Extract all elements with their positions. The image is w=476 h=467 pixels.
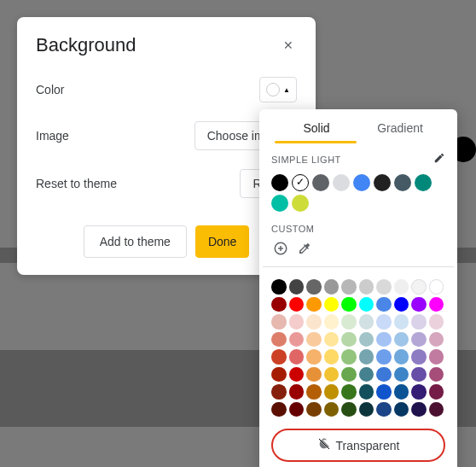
color-swatch[interactable]: [324, 279, 340, 295]
color-swatch[interactable]: [271, 349, 287, 365]
color-swatch[interactable]: [359, 402, 374, 417]
color-swatch[interactable]: [353, 174, 370, 191]
color-swatch[interactable]: [341, 367, 357, 382]
color-swatch[interactable]: [289, 384, 305, 400]
color-swatch[interactable]: [411, 402, 427, 417]
color-swatch[interactable]: [394, 349, 409, 365]
color-swatch[interactable]: [289, 402, 305, 417]
color-swatch[interactable]: [376, 332, 392, 347]
color-swatch[interactable]: [271, 297, 287, 312]
color-swatch[interactable]: [306, 384, 322, 400]
color-swatch[interactable]: [376, 384, 392, 400]
color-swatch[interactable]: [289, 297, 305, 312]
color-swatch[interactable]: [271, 402, 287, 417]
add-to-theme-button[interactable]: Add to theme: [84, 225, 187, 258]
color-swatch[interactable]: [292, 195, 309, 212]
color-swatch[interactable]: [429, 332, 444, 347]
color-swatch[interactable]: [411, 279, 427, 295]
color-swatch[interactable]: [394, 332, 409, 347]
color-swatch[interactable]: [429, 384, 444, 400]
color-swatch[interactable]: [429, 297, 444, 312]
color-dropdown-button[interactable]: ▲: [259, 77, 297, 102]
color-swatch[interactable]: [429, 367, 444, 382]
color-swatch[interactable]: [359, 367, 374, 382]
color-swatch[interactable]: [394, 279, 409, 295]
color-swatch[interactable]: [306, 367, 322, 382]
color-swatch[interactable]: [306, 402, 322, 417]
color-swatch[interactable]: [429, 279, 444, 295]
color-swatch[interactable]: [359, 349, 374, 365]
color-swatch[interactable]: [376, 297, 392, 312]
color-swatch[interactable]: [312, 174, 329, 191]
tab-solid[interactable]: Solid: [275, 109, 358, 143]
color-swatch[interactable]: [376, 314, 392, 330]
color-swatch[interactable]: [341, 402, 357, 417]
color-swatch[interactable]: [376, 402, 392, 417]
color-swatch[interactable]: [359, 384, 374, 400]
color-swatch[interactable]: [306, 297, 322, 312]
color-swatch[interactable]: [376, 279, 392, 295]
color-swatch[interactable]: [394, 174, 411, 191]
color-swatch[interactable]: [429, 402, 444, 417]
color-swatch[interactable]: [333, 174, 350, 191]
color-swatch[interactable]: [289, 314, 305, 330]
color-swatch[interactable]: [271, 195, 288, 212]
color-swatch[interactable]: [324, 332, 340, 347]
add-custom-color-icon[interactable]: [273, 241, 288, 256]
color-swatch[interactable]: [394, 402, 409, 417]
pencil-icon[interactable]: [433, 152, 445, 167]
eyedropper-icon[interactable]: [297, 241, 312, 256]
color-swatch[interactable]: [306, 332, 322, 347]
color-swatch[interactable]: [394, 367, 409, 382]
color-swatch[interactable]: [411, 367, 427, 382]
color-swatch[interactable]: [429, 314, 444, 330]
color-swatch[interactable]: [271, 314, 287, 330]
tab-gradient[interactable]: Gradient: [358, 109, 442, 143]
color-swatch[interactable]: [341, 297, 357, 312]
close-icon[interactable]: ✕: [280, 35, 297, 55]
color-swatch[interactable]: [359, 314, 374, 330]
color-swatch[interactable]: [359, 332, 374, 347]
color-swatch[interactable]: [394, 384, 409, 400]
color-swatch[interactable]: [341, 384, 357, 400]
color-swatch[interactable]: [324, 367, 340, 382]
color-swatch[interactable]: [289, 349, 305, 365]
color-swatch[interactable]: [289, 279, 305, 295]
color-swatch[interactable]: [271, 174, 288, 191]
done-button[interactable]: Done: [195, 225, 249, 258]
color-swatch[interactable]: [306, 314, 322, 330]
color-swatch[interactable]: [324, 314, 340, 330]
color-swatch[interactable]: [359, 279, 374, 295]
color-swatch[interactable]: [359, 297, 374, 312]
color-swatch[interactable]: [271, 332, 287, 347]
color-swatch[interactable]: [271, 367, 287, 382]
color-swatch[interactable]: [341, 314, 357, 330]
color-swatch[interactable]: [411, 297, 427, 312]
color-swatch[interactable]: [271, 279, 287, 295]
transparent-button[interactable]: Transparent: [271, 429, 445, 462]
color-swatch[interactable]: [411, 384, 427, 400]
color-swatch[interactable]: [411, 332, 427, 347]
color-swatch[interactable]: [341, 349, 357, 365]
color-swatch[interactable]: [324, 402, 340, 417]
color-swatch[interactable]: [376, 367, 392, 382]
color-swatch[interactable]: [289, 367, 305, 382]
color-swatch[interactable]: [394, 314, 409, 330]
color-swatch[interactable]: [341, 279, 357, 295]
color-swatch[interactable]: [415, 174, 432, 191]
color-swatch[interactable]: [394, 297, 409, 312]
color-swatch[interactable]: [306, 279, 322, 295]
color-swatch[interactable]: [271, 384, 287, 400]
color-swatch[interactable]: [324, 384, 340, 400]
color-swatch[interactable]: [292, 174, 309, 191]
color-swatch[interactable]: [306, 349, 322, 365]
color-swatch[interactable]: [429, 349, 444, 365]
color-swatch[interactable]: [341, 332, 357, 347]
color-swatch[interactable]: [324, 349, 340, 365]
color-swatch[interactable]: [289, 332, 305, 347]
color-swatch[interactable]: [376, 349, 392, 365]
color-swatch[interactable]: [324, 297, 340, 312]
color-swatch[interactable]: [411, 349, 427, 365]
color-swatch[interactable]: [374, 174, 391, 191]
color-swatch[interactable]: [411, 314, 427, 330]
